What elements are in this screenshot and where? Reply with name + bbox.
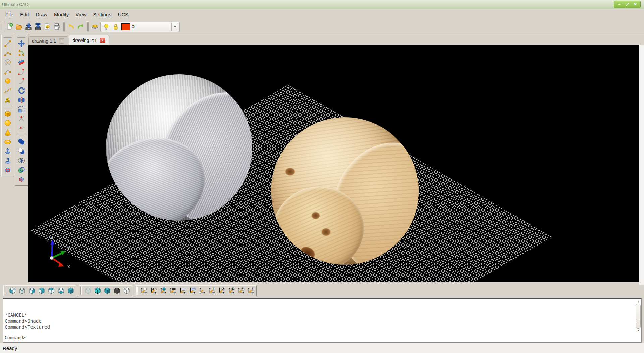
shade-hidden-line-button[interactable] xyxy=(122,286,131,295)
ucs-face-button[interactable] xyxy=(168,286,178,295)
ucs-globe-button[interactable] xyxy=(158,286,168,295)
cone-tool-button[interactable] xyxy=(3,128,13,137)
scale-tool-button[interactable] xyxy=(16,105,26,114)
scroll-up-icon[interactable]: ▲ xyxy=(637,300,639,304)
drawing-viewport[interactable]: Z Y X xyxy=(28,45,639,282)
toolbar-grip[interactable] xyxy=(87,22,89,31)
intersect-tool-button[interactable] xyxy=(16,156,26,165)
tab-close-icon[interactable]: x xyxy=(59,38,64,44)
polyline-tool-button[interactable] xyxy=(3,48,13,58)
menu-ucs[interactable]: UCS xyxy=(115,10,132,19)
save-as-button[interactable] xyxy=(33,22,43,32)
ucs-view-button[interactable] xyxy=(187,286,197,295)
chevron-down-icon[interactable]: ▾ xyxy=(171,23,178,31)
toolbar-grip[interactable] xyxy=(4,36,12,38)
ucs-rotate-x-button[interactable]: X xyxy=(226,286,236,295)
scrollbar-thumb[interactable] xyxy=(636,304,641,329)
minimize-button[interactable]: – xyxy=(615,1,623,7)
ucs-rotate-z-button[interactable]: Z xyxy=(246,286,256,295)
toolbar-grip[interactable] xyxy=(2,22,3,31)
open-drawing-button[interactable] xyxy=(14,22,24,32)
layer-lock-button[interactable] xyxy=(111,22,120,32)
tab-drawing-2-1[interactable]: drawing 2:1x xyxy=(69,35,109,45)
layers-button[interactable] xyxy=(90,22,100,32)
shade-smooth-button[interactable] xyxy=(102,286,112,295)
line-tool-button[interactable] xyxy=(3,39,13,48)
interference-tool-button[interactable] xyxy=(16,165,26,175)
toolbar-grip[interactable] xyxy=(80,287,82,295)
command-input[interactable]: Command> xyxy=(3,335,26,340)
menu-draw[interactable]: Draw xyxy=(32,10,51,19)
ellipse-tool-button[interactable] xyxy=(3,76,13,86)
rotate-tool-button[interactable] xyxy=(16,86,26,95)
view-cube-se-button[interactable] xyxy=(27,286,37,295)
union-tool-button[interactable] xyxy=(16,137,26,146)
wood-sphere[interactable] xyxy=(271,117,419,265)
export-drawing-button[interactable] xyxy=(43,22,52,32)
view-cube-solid-button[interactable] xyxy=(66,286,75,295)
shade-flat-icon xyxy=(95,288,100,294)
extend-tool-button[interactable] xyxy=(16,123,26,133)
view-cube-top-button[interactable] xyxy=(46,286,56,295)
circle-tool-button[interactable] xyxy=(3,58,13,67)
copy-tool-button[interactable] xyxy=(16,48,26,58)
revolve-tool-button[interactable] xyxy=(3,156,13,165)
print-button[interactable] xyxy=(52,22,61,32)
sphere-tool-button[interactable] xyxy=(3,118,13,128)
color-swatch[interactable] xyxy=(121,23,130,30)
extrude-tool-button[interactable] xyxy=(3,146,13,156)
chamfer-icon xyxy=(19,78,24,84)
ucs-3point-button[interactable]: 3 xyxy=(207,286,217,295)
ucs-previous-button[interactable] xyxy=(149,286,158,295)
metal-sphere[interactable] xyxy=(106,74,252,221)
move-tool-button[interactable] xyxy=(16,39,26,48)
toolbar-grip[interactable] xyxy=(5,287,6,295)
mirror-tool-button[interactable] xyxy=(16,95,26,105)
ucs-origin-icon xyxy=(199,287,205,294)
redo-button[interactable] xyxy=(76,22,85,32)
menu-modify[interactable]: Modify xyxy=(51,10,72,19)
save-drawing-button[interactable] xyxy=(24,22,33,32)
tab-close-icon[interactable]: x xyxy=(100,38,105,43)
torus-tool-button[interactable] xyxy=(3,137,13,146)
tab-drawing-1-1[interactable]: drawing 1:1x xyxy=(28,36,68,45)
toolbar-grip[interactable] xyxy=(63,22,65,31)
view-cube-sw-button[interactable] xyxy=(7,286,17,295)
text-tool-button[interactable]: A xyxy=(3,95,13,105)
spline-tool-button[interactable] xyxy=(3,86,13,95)
ucs-object-button[interactable] xyxy=(178,286,187,295)
trim-tool-button[interactable] xyxy=(16,114,26,123)
close-button[interactable]: ✕ xyxy=(631,1,639,7)
toolbar-grip[interactable] xyxy=(136,287,138,295)
view-cube-wire-button[interactable] xyxy=(17,286,27,295)
ucs-world-button[interactable] xyxy=(139,286,149,295)
menu-file[interactable]: File xyxy=(2,10,17,19)
ucs-origin-button[interactable] xyxy=(197,286,207,295)
shade-wireframe-button[interactable] xyxy=(83,286,93,295)
layer-visibility-button[interactable] xyxy=(102,22,111,32)
shade-textured-button[interactable] xyxy=(112,286,122,295)
maximize-button[interactable]: ⤢ xyxy=(623,1,631,7)
solid-edit-tool-button[interactable] xyxy=(16,175,26,184)
ucs-rotate-y-button[interactable]: Y xyxy=(236,286,246,295)
view-cube-bottom-button[interactable] xyxy=(56,286,66,295)
toolbar-grip[interactable] xyxy=(17,36,25,38)
shade-flat-button[interactable] xyxy=(93,286,102,295)
box-tool-button[interactable] xyxy=(3,109,13,118)
new-drawing-button[interactable] xyxy=(5,22,14,32)
menu-settings[interactable]: Settings xyxy=(90,10,114,19)
view-cube-top-back-button[interactable] xyxy=(37,286,46,295)
section-tool-button[interactable] xyxy=(3,165,13,175)
scroll-down-icon[interactable]: ▼ xyxy=(637,329,639,333)
fillet-tool-button[interactable] xyxy=(16,67,26,76)
menu-edit[interactable]: Edit xyxy=(17,10,32,19)
subtract-tool-button[interactable] xyxy=(16,146,26,156)
console-scrollbar[interactable]: ▲ ▼ xyxy=(636,300,641,333)
chamfer-tool-button[interactable] xyxy=(16,76,26,86)
arc-tool-button[interactable] xyxy=(3,67,13,76)
layer-name-value[interactable]: 0 xyxy=(132,24,171,30)
erase-tool-button[interactable] xyxy=(16,58,26,67)
menu-view[interactable]: View xyxy=(72,10,90,19)
undo-button[interactable] xyxy=(66,22,76,32)
ucs-z-axis-button[interactable]: Z xyxy=(217,286,226,295)
